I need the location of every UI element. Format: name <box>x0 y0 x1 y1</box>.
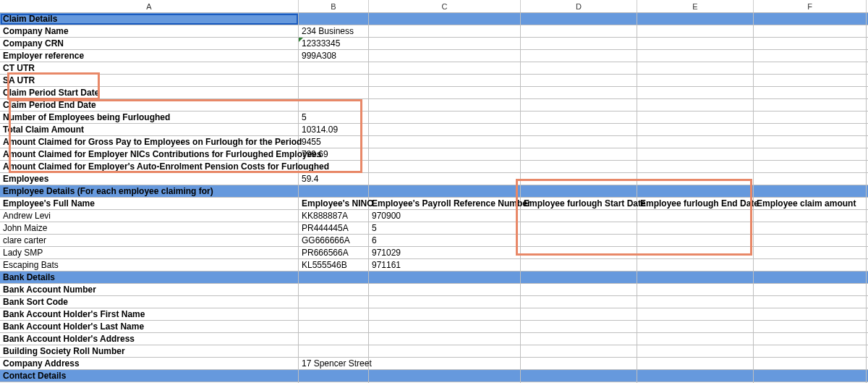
row-num-employees[interactable]: Number of Employees being Furloughed 5 <box>0 111 868 124</box>
employee-name[interactable]: Lady SMP <box>0 247 299 258</box>
column-headers: A B C D E F <box>0 0 868 13</box>
employee-nino[interactable]: PR666566A <box>299 247 369 258</box>
employee-row[interactable]: John Maize PR444445A 5 <box>0 222 868 235</box>
label: Amount Claimed for Employer NICs Contrib… <box>0 148 299 160</box>
employee-nino[interactable]: GG666666A <box>299 235 369 246</box>
row-bank-sort-code[interactable]: Bank Sort Code <box>0 296 868 308</box>
row-ct-utr[interactable]: CT UTR <box>0 62 868 75</box>
label: Total Claim Amount <box>0 124 299 135</box>
employee-name[interactable]: Escaping Bats <box>0 259 299 271</box>
section-claim-details[interactable]: Claim Details <box>0 13 868 25</box>
row-nics[interactable]: Amount Claimed for Employer NICs Contrib… <box>0 148 868 161</box>
col-employee-amount: Employee claim amount <box>754 198 867 209</box>
row-sa-utr[interactable]: SA UTR <box>0 75 868 87</box>
col-header-a[interactable]: A <box>0 0 299 12</box>
employee-end[interactable] <box>637 222 754 234</box>
employee-nino[interactable]: PR444445A <box>299 222 369 234</box>
label: Bank Account Holder's Address <box>0 333 299 345</box>
row-bank-account-number[interactable]: Bank Account Number <box>0 284 868 296</box>
employee-row[interactable]: Andrew Levi KK888887A 970900 <box>0 210 868 222</box>
value[interactable] <box>299 308 369 320</box>
employee-column-headers[interactable]: Employee's Full Name Employee's NINO Emp… <box>0 198 868 210</box>
employee-row[interactable]: Lady SMP PR666566A 971029 <box>0 247 868 259</box>
row-gross-pay[interactable]: Amount Claimed for Gross Pay to Employee… <box>0 136 868 148</box>
employee-row[interactable]: Escaping Bats KL555546B 971161 <box>0 259 868 272</box>
employee-start[interactable] <box>521 222 637 234</box>
employee-nino[interactable]: KK888887A <box>299 210 369 222</box>
value[interactable]: 234 Business <box>299 25 369 37</box>
employee-nino[interactable]: KL555546B <box>299 259 369 271</box>
value[interactable] <box>299 99 369 111</box>
row-claim-end[interactable]: Claim Period End Date <box>0 99 868 111</box>
label: Bank Account Holder's First Name <box>0 308 299 320</box>
col-header-d[interactable]: D <box>521 0 637 12</box>
row-holder-last[interactable]: Bank Account Holder's Last Name <box>0 321 868 333</box>
value[interactable] <box>299 87 369 98</box>
col-header-b[interactable]: B <box>299 0 369 12</box>
row-claim-start[interactable]: Claim Period Start Date <box>0 87 868 99</box>
value[interactable] <box>299 296 369 308</box>
employee-end[interactable] <box>637 247 754 258</box>
row-employer-ref[interactable]: Employer reference 999A308 <box>0 50 868 62</box>
employee-payroll[interactable]: 970900 <box>369 210 521 222</box>
value[interactable] <box>299 284 369 295</box>
employee-end[interactable] <box>637 210 754 222</box>
col-header-e[interactable]: E <box>637 0 754 12</box>
section-contact-details[interactable]: Contact Details <box>0 370 868 382</box>
employee-name[interactable]: clare carter <box>0 235 299 246</box>
row-pension-line1[interactable]: Amount Claimed for Employer's Auto-Enrol… <box>0 161 868 173</box>
employee-name[interactable]: John Maize <box>0 222 299 234</box>
col-header-c[interactable]: C <box>369 0 521 12</box>
employee-payroll[interactable]: 6 <box>369 235 521 246</box>
row-bsrn[interactable]: Building Society Roll Number <box>0 345 868 358</box>
label: Claim Period Start Date <box>0 87 299 98</box>
employee-amount[interactable] <box>754 235 867 246</box>
employee-start[interactable] <box>521 235 637 246</box>
row-pension-line2[interactable]: Employees 59.4 <box>0 173 868 185</box>
employee-amount[interactable] <box>754 210 867 222</box>
employee-end[interactable] <box>637 259 754 271</box>
employee-payroll[interactable]: 5 <box>369 222 521 234</box>
employee-start[interactable] <box>521 247 637 258</box>
section-employee-details[interactable]: Employee Details (For each employee clai… <box>0 185 868 198</box>
employee-end[interactable] <box>637 235 754 246</box>
value[interactable]: 799.69 <box>299 148 369 160</box>
col-header-f[interactable]: F <box>754 0 867 12</box>
value[interactable] <box>299 333 369 345</box>
row-company-name[interactable]: Company Name 234 Business <box>0 25 868 38</box>
value[interactable]: 999A308 <box>299 50 369 62</box>
value[interactable] <box>299 75 369 86</box>
section-label: Employee Details (For each employee clai… <box>0 185 299 197</box>
value[interactable]: 12333345 <box>302 38 340 49</box>
employee-name[interactable]: Andrew Levi <box>0 210 299 222</box>
employee-amount[interactable] <box>754 222 867 234</box>
value[interactable] <box>299 345 369 357</box>
row-holder-address[interactable]: Bank Account Holder's Address <box>0 333 868 345</box>
col-employee-start: Employee furlough Start Date <box>521 198 637 209</box>
value[interactable]: 17 Spencer Street <box>299 358 369 369</box>
section-bank-details[interactable]: Bank Details <box>0 272 868 284</box>
value[interactable]: 59.4 <box>299 173 369 185</box>
value[interactable]: 5 <box>299 111 369 123</box>
value[interactable]: 10314.09 <box>299 124 369 135</box>
col-employee-end: Employee furlough End Date <box>637 198 754 209</box>
value[interactable]: 9455 <box>299 136 369 148</box>
row-holder-first[interactable]: Bank Account Holder's First Name <box>0 308 868 321</box>
employee-amount[interactable] <box>754 247 867 258</box>
label: Company Name <box>0 25 299 37</box>
value[interactable] <box>299 161 369 172</box>
value[interactable] <box>299 62 369 74</box>
col-employee-nino: Employee's NINO <box>299 198 369 209</box>
row-company-address[interactable]: Company Address 17 Spencer Street <box>0 358 868 370</box>
employee-amount[interactable] <box>754 259 867 271</box>
value[interactable] <box>299 321 369 332</box>
section-label: Bank Details <box>0 272 299 283</box>
row-total-claim[interactable]: Total Claim Amount 10314.09 <box>0 124 868 136</box>
row-company-crn[interactable]: Company CRN 12333345 <box>0 38 868 50</box>
employee-payroll[interactable]: 971161 <box>369 259 521 271</box>
spreadsheet: A B C D E F Claim Details Company Name 2… <box>0 0 868 383</box>
employee-row[interactable]: clare carter GG666666A 6 <box>0 235 868 247</box>
employee-start[interactable] <box>521 210 637 222</box>
employee-start[interactable] <box>521 259 637 271</box>
employee-payroll[interactable]: 971029 <box>369 247 521 258</box>
